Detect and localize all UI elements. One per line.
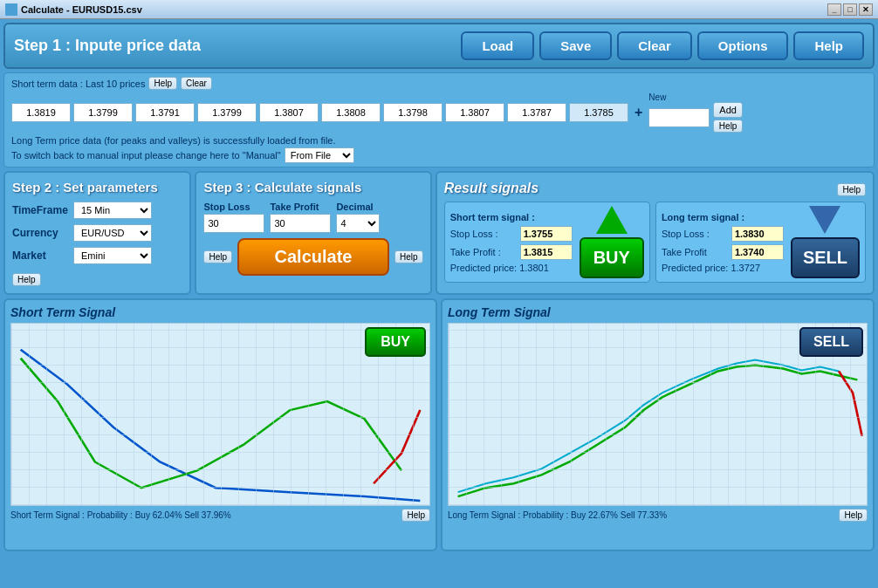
middle-row: Step 2 : Set parameters TimeFrame 15 Min… (3, 171, 875, 295)
price-input-7[interactable] (383, 103, 442, 122)
step3-title: Step 3 : Calculate signals (203, 180, 422, 195)
long-predicted-text: Predicted price: 1.3727 (662, 263, 784, 273)
long-term-sell-button[interactable]: SELL (799, 327, 863, 357)
add-help-button[interactable]: Help (713, 120, 743, 133)
short-term-chart-help[interactable]: Help (401, 509, 430, 522)
step1-title: Step 1 : Inpute price data (14, 37, 456, 55)
sell-signal-button[interactable]: SELL (791, 237, 860, 278)
short-term-footer-text: Short Term Signal : Probability : Buy 62… (10, 510, 231, 520)
short-stop-loss-row: Stop Loss : (450, 226, 573, 242)
down-arrow-icon (809, 206, 840, 234)
price-input-8[interactable] (445, 103, 504, 122)
currency-select[interactable]: EUR/USDGBP/USDUSD/JPY (73, 224, 152, 242)
long-arrow-col: SELL (791, 206, 860, 278)
decimal-col: Decimal 4235 (336, 202, 380, 233)
clear-button[interactable]: Clear (617, 31, 692, 60)
step1-bar: Step 1 : Inpute price data Load Save Cle… (3, 23, 875, 69)
maximize-button[interactable]: □ (843, 3, 857, 16)
step3-params-row: Stop Loss Take Profit Decimal 4235 (203, 202, 422, 233)
short-stop-loss-input[interactable] (520, 226, 573, 242)
long-predicted-label: Predicted price: (662, 263, 728, 273)
plus-sign: + (634, 105, 642, 120)
long-term-chart: Long Term Signal SELL Long Term Signal :… (441, 298, 875, 551)
short-term-chart: Short Term Signal BUY Short Term Signal … (3, 298, 437, 551)
market-label: Market (12, 250, 73, 262)
short-arrow-col: BUY (580, 206, 644, 278)
help-button[interactable]: Help (793, 31, 864, 60)
long-term-chart-title: Long Term Signal (448, 305, 868, 319)
calc-help-button[interactable]: Help (394, 250, 423, 263)
take-profit-col: Take Profit (270, 202, 331, 233)
short-predicted-label: Predicted price: (450, 263, 517, 273)
price-input-3[interactable] (135, 103, 195, 122)
take-profit-input[interactable] (270, 214, 331, 233)
price-input-4[interactable] (197, 103, 257, 122)
long-term-info: Long term signal : Stop Loss : Take Prof… (662, 212, 784, 273)
long-term-footer-text: Long Term Signal : Probability : Buy 22.… (448, 510, 667, 520)
data-section: Short term data : Last 10 prices Help Cl… (3, 72, 875, 168)
file-select[interactable]: From File Manual (285, 147, 354, 163)
long-take-profit-row: Take Profit (662, 244, 784, 260)
result-inner: Short term signal : Stop Loss : Take Pro… (444, 202, 866, 283)
add-button[interactable]: Add (713, 102, 743, 118)
short-term-buy-button[interactable]: BUY (365, 327, 426, 357)
title-bar-controls: _ □ ✕ (827, 3, 873, 16)
short-stop-loss-label: Stop Loss : (450, 229, 520, 239)
calculate-button[interactable]: Calculate (237, 238, 389, 276)
short-term-chart-area: BUY (10, 323, 430, 506)
price-input-10[interactable] (569, 103, 628, 122)
long-stop-loss-label: Stop Loss : (662, 229, 731, 239)
close-button[interactable]: ✕ (859, 3, 873, 16)
price-input-2[interactable] (73, 103, 133, 122)
load-button[interactable]: Load (461, 31, 534, 60)
step3-help-button[interactable]: Help (203, 250, 232, 263)
market-select[interactable]: EminiForexStocks (73, 247, 152, 264)
short-term-chart-title: Short Term Signal (10, 305, 430, 319)
new-label: New (648, 92, 666, 102)
stop-loss-input[interactable] (203, 214, 264, 233)
short-term-chart-signal: BUY (365, 327, 426, 357)
long-predicted-value: 1.3727 (731, 263, 760, 273)
up-arrow-icon (596, 206, 628, 234)
stop-loss-col: Stop Loss (203, 202, 264, 233)
timeframe-label: TimeFrame (12, 204, 73, 216)
short-take-profit-row: Take Profit : (450, 244, 573, 260)
market-row: Market EminiForexStocks (12, 247, 182, 264)
result-help-button[interactable]: Help (837, 183, 866, 196)
price-input-5[interactable] (259, 103, 319, 122)
stop-loss-label: Stop Loss (203, 202, 264, 212)
price-input-6[interactable] (321, 103, 381, 122)
price-input-1[interactable] (11, 103, 71, 122)
short-term-label: Short term data : Last 10 prices (11, 79, 145, 89)
long-term-chart-help[interactable]: Help (839, 509, 868, 522)
take-profit-label: Take Profit (270, 202, 331, 212)
short-predicted-text: Predicted price: 1.3801 (450, 263, 573, 273)
decimal-label: Decimal (336, 202, 380, 212)
short-take-profit-input[interactable] (520, 244, 573, 260)
step2-help-button[interactable]: Help (12, 273, 41, 286)
price-inputs-row: + New Add Help (11, 92, 867, 133)
long-term-signal-with-arrow: Long term signal : Stop Loss : Take Prof… (662, 206, 860, 278)
price-input-9[interactable] (507, 103, 566, 122)
result-header: Result signals Help (444, 180, 866, 196)
long-take-profit-label: Take Profit (662, 247, 731, 257)
file-note-1: Long Term price data (for peaks and vall… (11, 135, 867, 146)
data-help-button[interactable]: Help (148, 77, 177, 90)
short-take-profit-label: Take Profit : (450, 247, 520, 257)
long-take-profit-input[interactable] (731, 244, 784, 260)
decimal-select[interactable]: 4235 (336, 214, 380, 233)
save-button[interactable]: Save (539, 31, 612, 60)
main-content: Step 1 : Inpute price data Load Save Cle… (0, 19, 878, 588)
short-term-chart-footer: Short Term Signal : Probability : Buy 62… (10, 509, 430, 522)
step2-title: Step 2 : Set parameters (12, 180, 182, 195)
calc-row: Help Calculate Help (203, 238, 422, 276)
buy-signal-button[interactable]: BUY (580, 237, 644, 278)
title-bar-text: Calculate - EURUSD15.csv (21, 4, 142, 15)
timeframe-select[interactable]: 15 Min5 Min30 Min1 Hour (73, 202, 152, 219)
new-price-input[interactable] (648, 108, 710, 127)
long-stop-loss-input[interactable] (731, 226, 784, 242)
data-clear-button[interactable]: Clear (181, 77, 212, 90)
title-bar: Calculate - EURUSD15.csv _ □ ✕ (0, 0, 878, 19)
options-button[interactable]: Options (697, 31, 789, 60)
minimize-button[interactable]: _ (827, 3, 841, 16)
